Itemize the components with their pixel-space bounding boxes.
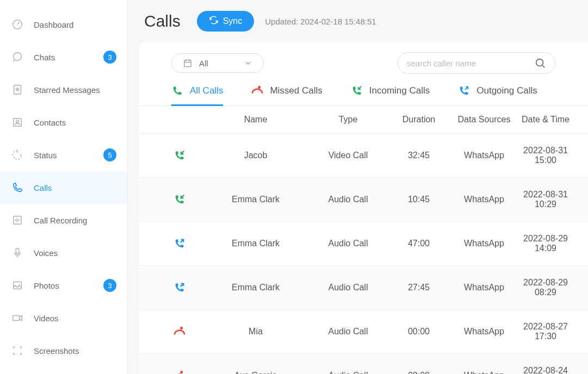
table-row[interactable]: Emma ClarkAudio Call27:45WhatsApp2022-08… — [139, 266, 588, 310]
content-card: All All Calls Missed Calls — [139, 42, 588, 374]
star-icon — [11, 83, 24, 96]
tab-incoming-calls[interactable]: Incoming Calls — [351, 85, 430, 105]
dashboard-icon — [11, 18, 24, 31]
outgoing-call-icon — [155, 238, 204, 250]
filter-selected: All — [199, 59, 208, 68]
cell-date: 2022-08-29 08:29 — [519, 278, 572, 297]
cell-type: Audio Call — [307, 239, 389, 248]
sidebar-item-label: Voices — [34, 248, 116, 258]
cell-type: Audio Call — [307, 195, 389, 204]
tab-missed-calls[interactable]: Missed Calls — [251, 85, 322, 105]
date-filter-select[interactable]: All — [171, 53, 264, 73]
cell-duration: 10:45 — [389, 195, 449, 204]
col-date: Date & Time — [519, 115, 572, 124]
table-row[interactable]: JacobVideo Call32:45WhatsApp2022-08-31 1… — [139, 134, 588, 178]
sidebar-item-label: Starred Messages — [34, 85, 116, 95]
screenshot-icon — [11, 344, 24, 357]
cell-date: 2022-08-31 15:00 — [519, 146, 572, 165]
cell-duration: 32:45 — [389, 151, 449, 160]
incoming-call-icon — [155, 194, 204, 205]
svg-point-4 — [16, 120, 19, 123]
cell-duration: 47:00 — [389, 239, 449, 248]
page-header: Calls Sync Updated: 2024-02-18 15:48:51 — [128, 0, 588, 42]
cell-source: WhatsApp — [449, 327, 519, 336]
cell-date: 2022-08-27 17:30 — [519, 322, 572, 341]
table-header: Name Type Duration Data Sources Date & T… — [139, 106, 588, 134]
video-icon — [11, 311, 24, 325]
sync-label: Sync — [223, 16, 243, 26]
cell-duration: 27:45 — [389, 283, 449, 292]
table-row[interactable]: MiaAudio Call00:00WhatsApp2022-08-27 17:… — [139, 310, 588, 354]
tab-label: Outgoing Calls — [476, 85, 537, 96]
cell-source: WhatsApp — [449, 239, 519, 248]
call-tabs: All Calls Missed Calls Incoming Calls Ou… — [139, 74, 588, 106]
badge: 3 — [103, 279, 116, 292]
recording-icon — [11, 214, 24, 227]
badge: 5 — [103, 148, 116, 161]
sidebar-item-videos[interactable]: Videos — [0, 302, 127, 334]
cell-type: Audio Call — [307, 283, 389, 292]
sync-button[interactable]: Sync — [197, 11, 255, 32]
table-row[interactable]: Emma ClarkAudio Call47:00WhatsApp2022-08… — [139, 222, 588, 266]
cell-type: Audio Call — [307, 371, 389, 374]
chat-icon — [11, 51, 24, 64]
missed-icon — [251, 85, 263, 97]
cell-date: 2022-08-31 10:29 — [519, 190, 572, 209]
badge: 3 — [103, 51, 116, 64]
table-row[interactable]: Ava GarciaAudio Call00:00WhatsApp2022-08… — [139, 354, 588, 374]
sidebar: Dashboard Chats 3 Starred Messages Conta… — [0, 0, 128, 374]
tab-all-calls[interactable]: All Calls — [171, 85, 223, 105]
table-row[interactable]: Emma ClarkAudio Call10:45WhatsApp2022-08… — [139, 178, 588, 222]
sidebar-item-label: Status — [34, 151, 103, 160]
tab-outgoing-calls[interactable]: Outgoing Calls — [458, 85, 537, 105]
cell-type: Audio Call — [307, 327, 389, 336]
sidebar-item-screenshots[interactable]: Screenshots — [0, 334, 127, 367]
sidebar-item-status[interactable]: Status 5 — [0, 139, 127, 171]
search-input[interactable] — [407, 59, 529, 68]
outgoing-icon — [458, 85, 470, 97]
col-type: Type — [307, 115, 389, 124]
svg-rect-8 — [13, 315, 20, 320]
sidebar-item-voices[interactable]: Voices — [0, 236, 127, 269]
cell-duration: 00:00 — [389, 371, 449, 374]
cell-source: WhatsApp — [449, 283, 519, 292]
sidebar-item-recording[interactable]: Call Recording — [0, 204, 127, 236]
cell-name: Ava Garcia — [204, 371, 307, 374]
calendar-icon — [183, 58, 193, 68]
missed-call-icon — [155, 326, 204, 338]
search-icon[interactable] — [534, 57, 546, 69]
col-name: Name — [204, 115, 307, 124]
cell-source: WhatsApp — [449, 371, 519, 374]
sidebar-item-label: Photos — [34, 281, 103, 290]
call-rows: JacobVideo Call32:45WhatsApp2022-08-31 1… — [139, 134, 588, 374]
sync-icon — [209, 15, 219, 27]
svg-point-10 — [536, 59, 543, 66]
cell-date: 2022-08-29 14:09 — [519, 234, 572, 253]
missed-call-icon — [155, 370, 204, 374]
cell-name: Emma Clark — [204, 283, 307, 292]
cell-name: Emma Clark — [204, 239, 307, 248]
cell-name: Emma Clark — [204, 195, 307, 204]
svg-rect-6 — [16, 248, 19, 254]
cell-type: Video Call — [307, 151, 389, 160]
cell-duration: 00:00 — [389, 327, 449, 336]
sidebar-item-calls[interactable]: Calls — [0, 171, 127, 204]
sidebar-item-label: Contacts — [34, 118, 116, 127]
tab-label: All Calls — [190, 85, 223, 96]
sidebar-item-photos[interactable]: Photos 3 — [0, 269, 127, 302]
cell-name: Jacob — [204, 151, 307, 160]
main-content: Calls Sync Updated: 2024-02-18 15:48:51 … — [128, 0, 588, 374]
col-duration: Duration — [389, 115, 449, 124]
page-title: Calls — [144, 12, 181, 30]
sidebar-item-contacts[interactable]: Contacts — [0, 106, 127, 139]
col-source: Data Sources — [449, 115, 519, 124]
svg-rect-9 — [184, 60, 191, 67]
cell-date: 2022-08-24 15:00 — [519, 366, 572, 374]
incoming-icon — [351, 85, 363, 97]
chevron-down-icon — [244, 59, 252, 67]
sidebar-item-label: Calls — [34, 183, 116, 192]
sidebar-item-chats[interactable]: Chats 3 — [0, 41, 127, 73]
sidebar-item-label: Videos — [34, 314, 116, 323]
sidebar-item-dashboard[interactable]: Dashboard — [0, 8, 127, 41]
sidebar-item-starred[interactable]: Starred Messages — [0, 73, 127, 106]
